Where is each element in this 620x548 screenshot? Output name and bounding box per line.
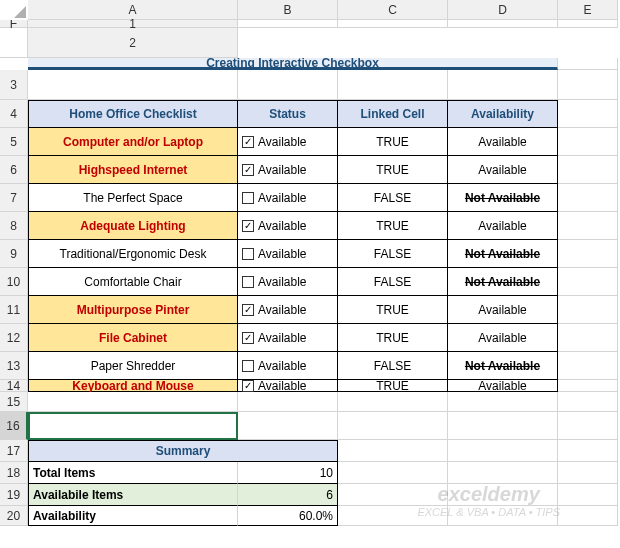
row-head-8[interactable]: 8 <box>0 212 28 240</box>
cell[interactable] <box>558 212 618 240</box>
cell[interactable] <box>558 240 618 268</box>
status-checkbox[interactable]: ✓Available <box>238 324 338 352</box>
cell[interactable] <box>558 184 618 212</box>
cell[interactable] <box>558 100 618 128</box>
checkbox-icon[interactable]: ✓ <box>242 380 254 392</box>
cell[interactable] <box>338 440 448 462</box>
row-head-17[interactable]: 17 <box>0 440 28 462</box>
checkbox-icon[interactable] <box>242 276 254 288</box>
status-checkbox[interactable]: Available <box>238 352 338 380</box>
status-checkbox[interactable]: ✓Available <box>238 296 338 324</box>
row-head-6[interactable]: 6 <box>0 156 28 184</box>
checkbox-label: Available <box>258 275 306 289</box>
checkbox-icon[interactable]: ✓ <box>242 332 254 344</box>
checklist-item: Multipurpose Pinter <box>28 296 238 324</box>
checkbox-icon[interactable]: ✓ <box>242 136 254 148</box>
row-head-2[interactable]: 2 <box>28 28 238 58</box>
cell[interactable] <box>558 58 618 70</box>
cell[interactable] <box>338 392 448 412</box>
status-checkbox[interactable]: ✓Available <box>238 156 338 184</box>
col-head-c[interactable]: C <box>338 0 448 20</box>
checkbox-icon[interactable] <box>242 192 254 204</box>
checkbox-icon[interactable]: ✓ <box>242 304 254 316</box>
cell[interactable] <box>448 412 558 440</box>
cell[interactable] <box>338 20 448 28</box>
checkbox-icon[interactable]: ✓ <box>242 164 254 176</box>
linked-cell: TRUE <box>338 380 448 392</box>
cell[interactable] <box>238 392 338 412</box>
cell[interactable] <box>558 352 618 380</box>
row-head-20[interactable]: 20 <box>0 506 28 526</box>
checklist-item: Keyboard and Mouse <box>28 380 238 392</box>
cell[interactable] <box>558 324 618 352</box>
select-all-corner[interactable] <box>0 0 28 20</box>
cell[interactable] <box>238 412 338 440</box>
col-head-e[interactable]: E <box>558 0 618 20</box>
cell[interactable] <box>448 462 558 484</box>
cell[interactable] <box>0 28 28 58</box>
col-head-b[interactable]: B <box>238 0 338 20</box>
cell[interactable] <box>338 412 448 440</box>
row-head-15[interactable]: 15 <box>0 392 28 412</box>
cell[interactable] <box>558 20 618 28</box>
cell[interactable] <box>448 440 558 462</box>
row-head-14[interactable]: 14 <box>0 380 28 392</box>
cell[interactable] <box>448 392 558 412</box>
row-head-11[interactable]: 11 <box>0 296 28 324</box>
cell[interactable] <box>558 296 618 324</box>
row-head-7[interactable]: 7 <box>0 184 28 212</box>
row-head-16[interactable]: 16 <box>0 412 28 440</box>
cell[interactable] <box>338 506 448 526</box>
checklist-item: Adequate Lighting <box>28 212 238 240</box>
col-head-f[interactable]: F <box>0 20 28 28</box>
status-checkbox[interactable]: Available <box>238 268 338 296</box>
cell[interactable] <box>558 506 618 526</box>
row-head-3[interactable]: 3 <box>0 70 28 100</box>
row-head-12[interactable]: 12 <box>0 324 28 352</box>
status-checkbox[interactable]: Available <box>238 184 338 212</box>
cell[interactable] <box>338 462 448 484</box>
row-head-4[interactable]: 4 <box>0 100 28 128</box>
cell[interactable] <box>448 20 558 28</box>
row-head-1[interactable]: 1 <box>28 20 238 28</box>
cell[interactable] <box>558 412 618 440</box>
cell[interactable] <box>238 20 338 28</box>
cell[interactable] <box>338 484 448 506</box>
cell[interactable] <box>28 392 238 412</box>
cell[interactable] <box>558 440 618 462</box>
status-checkbox[interactable]: ✓Available <box>238 128 338 156</box>
linked-cell: TRUE <box>338 324 448 352</box>
cell[interactable] <box>448 70 558 100</box>
cell[interactable] <box>558 484 618 506</box>
status-checkbox[interactable]: ✓Available <box>238 212 338 240</box>
row-head-18[interactable]: 18 <box>0 462 28 484</box>
row-head-9[interactable]: 9 <box>0 240 28 268</box>
row-head-19[interactable]: 19 <box>0 484 28 506</box>
linked-cell: TRUE <box>338 296 448 324</box>
row-head-13[interactable]: 13 <box>0 352 28 380</box>
cell[interactable] <box>558 70 618 100</box>
status-checkbox[interactable]: Available <box>238 240 338 268</box>
cell[interactable] <box>448 484 558 506</box>
row-head-5[interactable]: 5 <box>0 128 28 156</box>
row-head-10[interactable]: 10 <box>0 268 28 296</box>
cell[interactable] <box>338 70 448 100</box>
cell[interactable] <box>238 70 338 100</box>
cell[interactable] <box>558 268 618 296</box>
cell[interactable] <box>558 156 618 184</box>
cell[interactable] <box>28 70 238 100</box>
linked-cell: FALSE <box>338 352 448 380</box>
cell[interactable] <box>558 462 618 484</box>
cell[interactable] <box>558 380 618 392</box>
checkbox-icon[interactable] <box>242 248 254 260</box>
selected-cell[interactable] <box>28 412 238 440</box>
col-head-d[interactable]: D <box>448 0 558 20</box>
checkbox-icon[interactable]: ✓ <box>242 220 254 232</box>
cell[interactable] <box>558 128 618 156</box>
cell[interactable] <box>558 392 618 412</box>
checkbox-icon[interactable] <box>242 360 254 372</box>
checkbox-label: Available <box>258 219 306 233</box>
status-checkbox[interactable]: ✓Available <box>238 380 338 392</box>
checklist-item: File Cabinet <box>28 324 238 352</box>
cell[interactable] <box>448 506 558 526</box>
